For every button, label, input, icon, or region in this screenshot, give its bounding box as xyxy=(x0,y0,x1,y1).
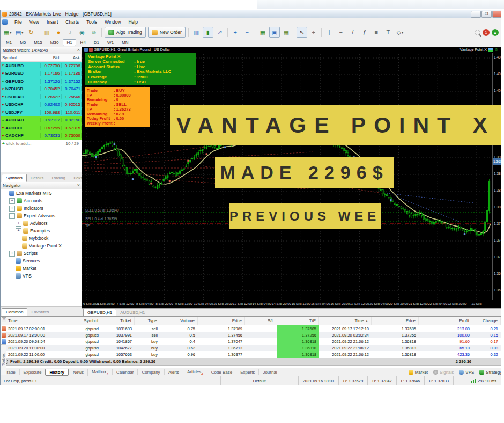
fibonacci-button[interactable]: ƒ xyxy=(359,27,370,38)
candlestick-button[interactable]: ▮ xyxy=(203,27,213,38)
timeframe-m5[interactable]: M5 xyxy=(16,39,29,46)
history-column-price-close[interactable]: Price xyxy=(372,317,419,325)
market-watch-row[interactable]: ▼USDCAD1.266221.26646 xyxy=(1,93,82,101)
toolbox-tab-mailbox[interactable]: Mailbox7 xyxy=(87,369,112,376)
zoom-in-button[interactable]: + xyxy=(230,27,241,38)
algo-trading-button[interactable]: Algo Trading xyxy=(105,27,146,38)
history-column-symbol[interactable]: Symbol xyxy=(70,317,101,325)
timeframe-m30[interactable]: M30 xyxy=(47,39,63,46)
history-column-time[interactable]: Time xyxy=(1,317,70,325)
history-column-time-close[interactable]: Time▲ xyxy=(319,317,372,325)
timeframe-m1[interactable]: M1 xyxy=(2,39,16,46)
new-order-button[interactable]: New Order xyxy=(148,27,186,38)
chart-tab-audusd-h1[interactable]: AUDUSD,H1 xyxy=(116,309,149,316)
toolbox-tab-company[interactable]: Company xyxy=(137,369,164,375)
market-watch-add-row[interactable]: + click to add... 10 / 29 xyxy=(1,140,82,147)
timeframe-mn[interactable]: MN xyxy=(118,39,132,46)
tree-item-myfxbook[interactable]: Myfxbook xyxy=(1,235,82,242)
tab-common[interactable]: Common xyxy=(2,308,27,316)
menu-help[interactable]: Help xyxy=(124,19,141,25)
menu-insert[interactable]: Insert xyxy=(43,19,62,25)
market-watch-row[interactable]: ▼AUDCHF0.672950.67315 xyxy=(1,124,82,132)
toolbox-tab-journal[interactable]: Journal xyxy=(258,369,280,375)
menu-charts[interactable]: Charts xyxy=(62,19,83,25)
history-column-type[interactable]: Type xyxy=(135,317,160,325)
crosshair-button[interactable]: + xyxy=(308,27,319,38)
tree-item-vantage-point-x[interactable]: Vantage Point X xyxy=(1,242,82,250)
community-button[interactable]: ☺ xyxy=(88,27,99,38)
expander-icon[interactable]: + xyxy=(9,251,15,257)
line-chart-button[interactable]: ↗ xyxy=(214,27,225,38)
market-watch-row[interactable]: ▲AUDCAD0.921270.92150 xyxy=(1,116,82,125)
maximize-button[interactable]: ❐ xyxy=(481,11,492,18)
price-axis[interactable]: 1.408601.405501.402401.399301.396201.393… xyxy=(492,53,501,300)
history-column-t-p[interactable]: T/P xyxy=(277,317,319,325)
toolbox-tab-experts[interactable]: Experts xyxy=(236,369,258,375)
shapes-button[interactable]: ◇▾ xyxy=(395,27,405,38)
history-row[interactable]: 2021.09.22 11:00:00gbpusd1057663buy0.961… xyxy=(1,351,501,358)
market-watch-row[interactable]: ▼AUDUSD0.727500.72768 xyxy=(1,62,82,70)
toolbox-tab-code-base[interactable]: Code Base xyxy=(207,369,236,375)
history-row[interactable]: 2021.09.17 18:00:00gbpusd1037991sell0.51… xyxy=(1,332,501,338)
column-header-symbol[interactable]: Symbol xyxy=(1,54,40,61)
history-row[interactable]: 2021.09.20 11:00:00gbpusd1042677buy0.621… xyxy=(1,345,501,351)
cursor-button[interactable]: ↖ xyxy=(297,27,307,38)
tree-item-accounts[interactable]: +Accounts xyxy=(1,197,82,205)
history-column-price[interactable]: Price xyxy=(198,317,245,325)
column-header-bid[interactable]: Bid xyxy=(40,54,61,61)
history-column-ticket[interactable]: Ticket xyxy=(101,317,135,325)
service-button-strategy-tester[interactable]: Strategy Tester xyxy=(479,370,501,375)
tree-item-indicators[interactable]: +Indicators xyxy=(1,205,82,212)
notifications-icon[interactable]: 1 xyxy=(483,29,490,36)
chart-area[interactable]: GBPUSD,H1: Great Britain Pound - US Doll… xyxy=(82,47,501,316)
levels-icon[interactable]: ▲ xyxy=(492,29,499,36)
cloud-button[interactable]: ◉ xyxy=(77,27,87,38)
expander-icon[interactable]: + xyxy=(16,228,21,234)
chart-tab-gbpusd-h1[interactable]: GBPUSD,H1 xyxy=(83,309,116,317)
vertical-line-button[interactable]: | xyxy=(324,27,335,38)
market-watch-row[interactable]: ▼CADCHF0.730350.73059 xyxy=(1,132,82,140)
timeframe-m15[interactable]: M15 xyxy=(30,39,46,46)
market-watch-row[interactable]: ▼USDCHF0.924920.92515 xyxy=(1,101,82,109)
toolbox-tab-alerts[interactable]: Alerts xyxy=(164,369,183,375)
horizontal-line-button[interactable]: − xyxy=(336,27,346,38)
timeframe-h1[interactable]: H1 xyxy=(63,39,76,46)
tree-item-market[interactable]: Market xyxy=(1,265,82,272)
history-row[interactable]: 2021.09.17 02:00:01gbpusd1031693sell0.75… xyxy=(1,325,501,332)
timeframe-w1[interactable]: W1 xyxy=(103,39,117,46)
expander-icon[interactable]: + xyxy=(9,198,15,204)
equidistant-button[interactable]: ≡ xyxy=(371,27,382,38)
close-button[interactable] xyxy=(492,11,501,18)
zoom-out-button[interactable]: − xyxy=(242,27,253,38)
tab-favorites[interactable]: Favorites xyxy=(27,309,53,316)
tab-details[interactable]: Details xyxy=(27,174,47,181)
menu-view[interactable]: View xyxy=(26,19,43,25)
menu-tools[interactable]: Tools xyxy=(83,19,101,25)
toolbox-tab-articles[interactable]: Articles2 xyxy=(183,369,207,376)
toolbox-tab-news[interactable]: News xyxy=(69,369,87,375)
connection-status[interactable]: 297.90 ms xyxy=(453,376,501,385)
tree-item-examples[interactable]: +Examples xyxy=(1,227,82,235)
history-column-profit-close[interactable]: Profit xyxy=(419,317,472,325)
time-axis[interactable]: 6 Sep 20216 Sep 20:007 Sep 12:008 Sep 04… xyxy=(82,300,501,309)
grid-button[interactable]: ▦ xyxy=(281,27,292,38)
tree-item-services[interactable]: Services xyxy=(1,257,82,265)
tab-trading[interactable]: Trading xyxy=(47,174,69,181)
close-icon[interactable]: × xyxy=(77,183,80,188)
add-symbol-label[interactable]: click to add... xyxy=(6,141,32,146)
bar-chart-button[interactable]: ▥ xyxy=(191,27,202,38)
column-header-ask[interactable]: Ask xyxy=(61,54,82,61)
tile-windows-button[interactable]: ▦ xyxy=(257,27,268,38)
history-column-s-l[interactable]: S/L xyxy=(245,317,277,325)
title-bar[interactable]: 20842 - EXAMarkets-Live - Hedge - [GBPUS… xyxy=(1,10,501,18)
layout-button[interactable]: ▥ xyxy=(41,27,52,38)
history-header-row[interactable]: TimeSymbolTicketTypeVolumePriceS/LT/PTim… xyxy=(1,317,501,325)
menu-file[interactable]: File xyxy=(11,19,26,25)
lock-button[interactable]: ● xyxy=(53,27,64,38)
tab-ticks[interactable]: Ticks xyxy=(69,174,82,181)
tree-item-advisors[interactable]: +Advisors xyxy=(1,220,82,227)
history-column-change-close[interactable]: Change xyxy=(472,317,501,325)
history-column-volume[interactable]: Volume xyxy=(160,317,198,325)
service-button-market[interactable]: Market xyxy=(409,370,428,375)
expander-icon[interactable]: - xyxy=(9,213,15,219)
